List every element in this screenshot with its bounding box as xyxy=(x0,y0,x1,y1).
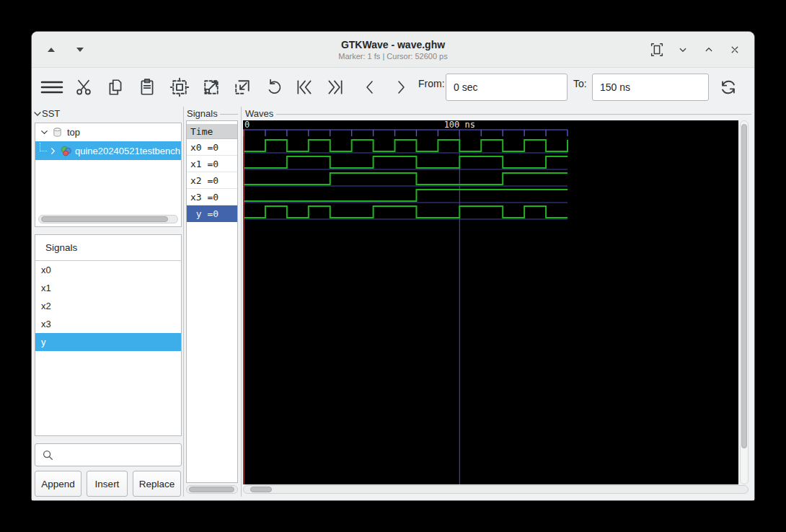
paste-button[interactable] xyxy=(133,73,162,102)
signal-value-x3[interactable]: x3 =0 xyxy=(187,189,237,205)
zoom-out-button[interactable] xyxy=(228,73,257,102)
step-forward-button[interactable] xyxy=(387,73,415,102)
replace-button[interactable]: Replace xyxy=(133,471,181,497)
from-label: From: xyxy=(418,78,445,89)
step-back-button[interactable] xyxy=(356,73,384,102)
signal-item-x2[interactable]: x2 xyxy=(35,297,181,315)
chevron-right-icon xyxy=(392,78,410,97)
expander-right-icon[interactable] xyxy=(48,146,58,156)
signal-item-x0[interactable]: x0 xyxy=(35,261,181,279)
signal-values-panel: Time x0 =0 x1 =0 x2 =0 x3 =0 y =0 xyxy=(186,120,238,483)
tree-item-label: quine20240521testbench xyxy=(75,146,180,156)
fit-window-icon xyxy=(649,42,665,58)
triangle-down-icon xyxy=(76,47,84,53)
go-to-start-button[interactable] xyxy=(290,73,319,102)
tree-item-top[interactable]: top xyxy=(35,123,181,141)
zoom-in-button[interactable] xyxy=(197,73,226,102)
main-content: SST top xyxy=(32,107,754,500)
wave-horizontal-scrollbar[interactable] xyxy=(243,485,749,494)
close-icon xyxy=(728,43,741,56)
fit-window-button[interactable] xyxy=(648,40,666,59)
time-header: Time xyxy=(187,124,237,139)
sst-collapse-icon[interactable] xyxy=(32,109,43,119)
to-input[interactable] xyxy=(592,74,709,101)
splitter-left[interactable] xyxy=(183,107,184,497)
svg-text:100 ns: 100 ns xyxy=(444,120,475,130)
expander-down-icon[interactable] xyxy=(40,128,49,137)
svg-text:0: 0 xyxy=(244,120,250,130)
chevron-up-icon xyxy=(702,43,715,56)
scrollbar-thumb[interactable] xyxy=(250,487,272,492)
window-title: GTKWave - wave.ghw xyxy=(341,39,445,51)
sst-tree: top quine20240521testbench xyxy=(35,123,182,227)
signal-value-x1[interactable]: x1 =0 xyxy=(187,156,237,172)
signal-search-field[interactable] xyxy=(35,443,182,466)
go-to-end-button[interactable] xyxy=(321,73,350,102)
scrollbar-thumb[interactable] xyxy=(41,216,168,222)
keep-below-button[interactable] xyxy=(71,40,89,59)
signal-search-list: Signals x0 x1 x2 x3 y xyxy=(35,234,182,436)
triangle-up-icon xyxy=(47,47,56,53)
zoom-fit-button[interactable] xyxy=(165,73,194,102)
tree-item-label: top xyxy=(67,127,80,138)
waves-frame-label: Waves xyxy=(245,108,273,119)
signal-value-x2[interactable]: x2 =0 xyxy=(187,172,237,189)
signal-item-x1[interactable]: x1 xyxy=(35,279,181,297)
signal-item-x3[interactable]: x3 xyxy=(35,315,181,333)
frame-line xyxy=(276,114,751,115)
copy-button[interactable] xyxy=(101,73,130,102)
signal-value-y[interactable]: y =0 xyxy=(187,205,237,222)
toolbar: From: To: xyxy=(32,68,754,107)
signal-value-x0[interactable]: x0 =0 xyxy=(187,139,237,156)
reload-button[interactable] xyxy=(714,73,743,102)
to-label: To: xyxy=(573,78,587,89)
menu-button[interactable] xyxy=(37,73,66,102)
signal-item-y[interactable]: y xyxy=(35,333,181,351)
insert-button[interactable]: Insert xyxy=(87,471,128,497)
signals-horizontal-scrollbar[interactable] xyxy=(186,485,238,494)
copy-icon xyxy=(106,78,125,97)
undo-button[interactable] xyxy=(260,73,288,102)
go-to-end-icon xyxy=(324,78,346,97)
close-button[interactable] xyxy=(725,40,744,59)
cut-icon xyxy=(74,78,93,97)
module-icon xyxy=(60,145,72,157)
wave-area[interactable]: 0100 ns xyxy=(243,120,738,484)
scope-cylinder-icon xyxy=(52,127,63,138)
zoom-out-icon xyxy=(232,77,252,97)
reload-icon xyxy=(718,77,738,97)
frame-line xyxy=(220,114,238,115)
wave-canvas[interactable]: 0100 ns xyxy=(243,120,738,484)
maximize-button[interactable] xyxy=(699,40,718,59)
splitter-right[interactable] xyxy=(241,107,242,497)
search-input[interactable] xyxy=(54,444,181,466)
titlebar[interactable]: GTKWave - wave.ghw Marker: 1 fs | Cursor… xyxy=(32,32,754,68)
minimize-button[interactable] xyxy=(674,40,692,59)
search-icon xyxy=(41,448,54,461)
scrollbar-thumb[interactable] xyxy=(741,124,747,448)
marker-cursor-status: Marker: 1 fs | Cursor: 52600 ps xyxy=(338,51,447,61)
menu-icon xyxy=(40,79,63,96)
paste-icon xyxy=(138,78,156,97)
sst-label: SST xyxy=(42,108,60,119)
go-to-start-icon xyxy=(293,78,315,97)
tree-item-testbench[interactable]: quine20240521testbench xyxy=(35,141,181,160)
signals-frame-label: Signals xyxy=(187,108,218,119)
desktop-background: GTKWave - wave.ghw Marker: 1 fs | Cursor… xyxy=(0,0,786,532)
zoom-in-icon xyxy=(201,77,221,97)
zoom-fit-icon xyxy=(169,77,190,97)
append-button[interactable]: Append xyxy=(35,471,81,497)
from-input[interactable] xyxy=(446,74,568,101)
signals-list-header: Signals xyxy=(35,235,181,261)
tree-connector xyxy=(40,143,47,151)
keep-above-button[interactable] xyxy=(42,40,61,59)
chevron-down-icon xyxy=(676,43,689,56)
wave-vertical-scrollbar[interactable] xyxy=(740,120,749,484)
sst-horizontal-scrollbar[interactable] xyxy=(38,215,178,223)
gtkwave-window: GTKWave - wave.ghw Marker: 1 fs | Cursor… xyxy=(32,32,754,500)
scrollbar-thumb[interactable] xyxy=(189,487,234,492)
undo-icon xyxy=(265,78,283,97)
cut-button[interactable] xyxy=(69,73,98,102)
chevron-left-icon xyxy=(361,78,379,97)
